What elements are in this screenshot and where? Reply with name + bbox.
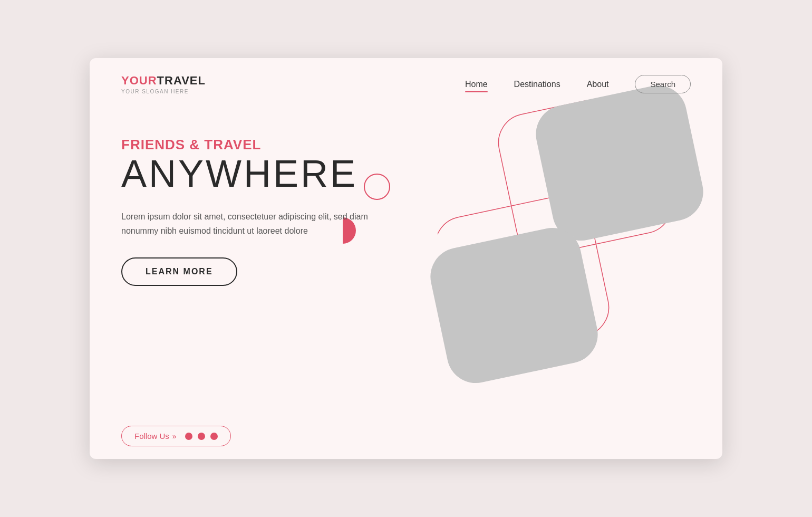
- hero-description: Lorem ipsum dolor sit amet, consectetuer…: [121, 209, 374, 238]
- hero-content: FRIENDS & TRAVEL ANYWHERE Lorem ipsum do…: [121, 126, 691, 286]
- follow-label: Follow Us »: [134, 432, 177, 441]
- logo-your: YOUR: [121, 74, 157, 87]
- navbar: YOURTRAVEL YOUR SLOGAN HERE Home Destina…: [90, 58, 722, 105]
- nav-home[interactable]: Home: [465, 80, 488, 89]
- social-dot-3[interactable]: [210, 433, 218, 440]
- nav-about[interactable]: About: [587, 80, 609, 89]
- hero-subtitle: FRIENDS & TRAVEL: [121, 137, 691, 153]
- nav-destinations[interactable]: Destinations: [514, 80, 560, 89]
- logo-text: YOURTRAVEL: [121, 74, 206, 88]
- follow-dots: [185, 433, 218, 440]
- follow-chevron: »: [172, 432, 177, 441]
- hero-title: ANYWHERE: [121, 153, 691, 195]
- hero-section: FRIENDS & TRAVEL ANYWHERE Lorem ipsum do…: [90, 105, 722, 286]
- logo-slogan: YOUR SLOGAN HERE: [121, 89, 206, 94]
- follow-label-text: Follow Us: [134, 432, 169, 441]
- logo: YOURTRAVEL YOUR SLOGAN HERE: [121, 74, 206, 94]
- logo-travel: TRAVEL: [157, 74, 206, 87]
- social-dot-2[interactable]: [198, 433, 205, 440]
- follow-bar: Follow Us »: [121, 426, 231, 446]
- social-dot-1[interactable]: [185, 433, 192, 440]
- search-button[interactable]: Search: [635, 75, 691, 93]
- learn-more-button[interactable]: LEARN MORE: [121, 257, 237, 286]
- nav-links: Home Destinations About Search: [465, 75, 691, 93]
- page-card: YOURTRAVEL YOUR SLOGAN HERE Home Destina…: [90, 58, 722, 459]
